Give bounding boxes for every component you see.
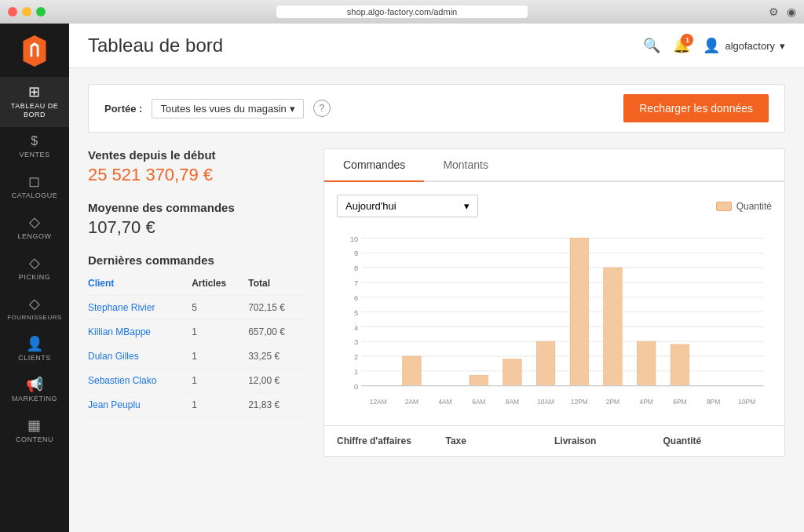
- sidebar-item-fournisseurs[interactable]: ◇ FOURNISSEURS: [0, 289, 69, 329]
- user-menu-button[interactable]: 👤 algofactory ▾: [703, 37, 785, 54]
- content-area: Portée : Toutes les vues du magasin ▾ ? …: [69, 68, 804, 532]
- page-title: Tableau de bord: [88, 35, 223, 56]
- sidebar-item-catalogue[interactable]: ◻ CATALOGUE: [0, 166, 69, 207]
- sidebar-item-ventes[interactable]: $ VENTES: [0, 127, 69, 166]
- user-dropdown-arrow: ▾: [780, 40, 785, 52]
- sales-value: 25 521 370,79 €: [88, 165, 308, 185]
- svg-text:12PM: 12PM: [571, 398, 588, 406]
- chart-legend: Quantité: [716, 201, 772, 212]
- sales-label: Ventes depuis le début: [88, 148, 308, 162]
- sidebar-label-marketing: MARKETING: [12, 395, 57, 403]
- articles-cell: 1: [192, 344, 248, 369]
- svg-text:8: 8: [354, 264, 358, 272]
- user-circle-icon[interactable]: ◉: [787, 5, 796, 18]
- svg-text:10AM: 10AM: [537, 398, 554, 406]
- col-header-total: Total: [248, 275, 308, 296]
- main-content: Tableau de bord 🔍 🔔 1 👤 algofactory ▾ P: [69, 24, 804, 532]
- svg-text:1: 1: [354, 367, 358, 376]
- chart-filter-row: Aujourd'hui ▾ Quantité: [337, 195, 772, 217]
- settings-icon[interactable]: ⚙: [769, 5, 779, 18]
- scope-label: Portée :: [104, 103, 142, 115]
- client-cell[interactable]: Sebastien Clako: [88, 369, 192, 393]
- client-cell[interactable]: Jean Peuplu: [88, 393, 192, 417]
- stat-chiffre: Chiffre d'affaires: [337, 435, 446, 446]
- bar-chart: 01234567891012AM2AM4AM6AM8AM10AM12PM2PM4…: [337, 230, 772, 413]
- tabs-header: Commandes Montants: [324, 149, 784, 182]
- svg-rect-26: [503, 359, 521, 386]
- date-filter-select[interactable]: Aujourd'hui ▾: [337, 195, 478, 217]
- sidebar-item-picking[interactable]: ◇ PICKING: [0, 248, 69, 289]
- table-row: Stephane Rivier 5 702,15 €: [88, 296, 308, 320]
- recent-orders-section: Dernières commandes Client Articles Tota…: [88, 253, 308, 417]
- close-dot[interactable]: [8, 7, 17, 16]
- sidebar-label-fournisseurs: FOURNISSEURS: [7, 314, 62, 321]
- sidebar-item-lengow[interactable]: ◇ LENGOW: [0, 207, 69, 248]
- svg-text:0: 0: [354, 382, 358, 391]
- tab-montants[interactable]: Montants: [424, 149, 507, 182]
- orders-table: Client Articles Total Stephane Rivier 5 …: [88, 275, 308, 417]
- svg-text:9: 9: [354, 249, 358, 257]
- dashboard-left: Ventes depuis le début 25 521 370,79 € M…: [88, 148, 308, 457]
- table-row: Sebastien Clako 1 12,00 €: [88, 369, 308, 393]
- dashboard-icon: ⊞: [28, 85, 41, 99]
- clients-icon: 👤: [26, 337, 44, 351]
- scope-select[interactable]: Toutes les vues du magasin ▾: [152, 99, 303, 118]
- sidebar-item-marketing[interactable]: 📢 MARKETING: [0, 370, 69, 410]
- fullscreen-dot[interactable]: [36, 7, 46, 16]
- ventes-icon: $: [31, 135, 38, 148]
- col-header-articles: Articles: [192, 275, 248, 296]
- fournisseurs-icon: ◇: [29, 297, 41, 311]
- chart-container: Aujourd'hui ▾ Quantité 01234567891012: [324, 182, 784, 425]
- recent-orders-title: Dernières commandes: [88, 253, 308, 267]
- svg-rect-28: [570, 238, 588, 385]
- articles-cell: 5: [192, 296, 248, 320]
- svg-text:6AM: 6AM: [472, 398, 485, 406]
- header-actions: 🔍 🔔 1 👤 algofactory ▾: [643, 37, 785, 54]
- catalogue-icon: ◻: [28, 174, 41, 188]
- sidebar-label-contenu: CONTENU: [16, 435, 53, 443]
- filter-arrow-icon: ▾: [464, 200, 470, 212]
- sidebar-item-clients[interactable]: 👤 CLIENTS: [0, 329, 69, 370]
- url-bar[interactable]: shop.algo-factory.com/admin: [276, 5, 528, 18]
- total-cell: 657,00 €: [248, 320, 308, 344]
- svg-text:5: 5: [354, 308, 358, 317]
- sidebar-label-clients: CLIENTS: [18, 354, 51, 362]
- titlebar: shop.algo-factory.com/admin ⚙ ◉: [0, 0, 804, 24]
- sales-stat: Ventes depuis le début 25 521 370,79 €: [88, 148, 308, 185]
- user-name: algofactory: [725, 40, 775, 52]
- total-cell: 33,25 €: [248, 344, 308, 369]
- sidebar-label-picking: PICKING: [19, 273, 51, 281]
- sidebar-item-contenu[interactable]: ▦ CONTENU: [0, 410, 69, 451]
- sidebar-item-tableau-de-bord[interactable]: ⊞ TABLEAU DEBORD: [0, 77, 69, 127]
- search-button[interactable]: 🔍: [643, 37, 660, 54]
- client-cell[interactable]: Dulan Gilles: [88, 344, 192, 369]
- svg-text:6PM: 6PM: [673, 398, 686, 406]
- stat-livraison: Livraison: [554, 435, 663, 446]
- svg-text:12AM: 12AM: [370, 398, 387, 406]
- top-header: Tableau de bord 🔍 🔔 1 👤 algofactory ▾: [69, 24, 804, 68]
- table-row: Killian MBappe 1 657,00 €: [88, 320, 308, 344]
- svg-rect-29: [604, 268, 622, 386]
- svg-text:4: 4: [354, 323, 358, 332]
- notification-button[interactable]: 🔔 1: [673, 37, 690, 54]
- reload-button[interactable]: Recharger les données: [623, 94, 769, 122]
- total-cell: 702,15 €: [248, 296, 308, 320]
- svg-text:3: 3: [354, 337, 358, 346]
- scope-bar: Portée : Toutes les vues du magasin ▾ ? …: [88, 84, 785, 133]
- scope-left: Portée : Toutes les vues du magasin ▾ ?: [104, 99, 331, 118]
- bar-chart-svg: 01234567891012AM2AM4AM6AM8AM10AM12PM2PM4…: [337, 230, 772, 410]
- client-cell[interactable]: Killian MBappe: [88, 320, 192, 344]
- total-cell: 21,83 €: [248, 393, 308, 417]
- table-row: Dulan Gilles 1 33,25 €: [88, 344, 308, 369]
- sidebar-label-ventes: VENTES: [19, 151, 49, 159]
- chart-panel: Commandes Montants Aujourd'hui ▾: [323, 148, 785, 457]
- svg-text:2: 2: [354, 352, 358, 361]
- articles-cell: 1: [192, 369, 248, 393]
- client-cell[interactable]: Stephane Rivier: [88, 296, 192, 320]
- scope-help-button[interactable]: ?: [313, 100, 331, 117]
- svg-text:10PM: 10PM: [738, 398, 755, 406]
- minimize-dot[interactable]: [22, 7, 31, 16]
- logo: [15, 31, 54, 71]
- avg-stat: Moyenne des commandes 107,70 €: [88, 201, 308, 238]
- tab-commandes[interactable]: Commandes: [324, 149, 424, 182]
